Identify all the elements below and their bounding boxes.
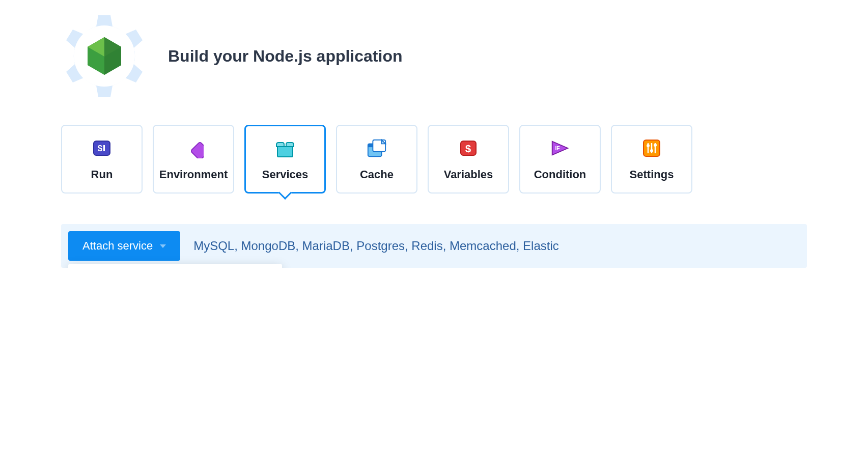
environment-icon [183,137,204,159]
nodejs-icon [87,36,122,76]
attach-service-button[interactable]: Attach service [68,231,180,261]
services-panel: Attach service MySQL, MongoDB, MariaDB, … [61,224,807,268]
svg-text:$: $ [98,144,102,153]
app-logo-badge [61,13,148,99]
tab-label: Services [262,168,309,181]
tab-label: Cache [360,168,394,181]
tab-label: Condition [534,168,586,181]
tab-condition[interactable]: IF Condition [519,125,601,194]
svg-text:$: $ [465,143,471,154]
tab-label: Run [91,168,113,181]
page-title: Build your Node.js application [168,47,402,66]
caret-down-icon [160,244,166,248]
svg-point-18 [647,144,650,147]
svg-text:IF: IF [555,145,560,151]
tab-label: Environment [159,168,228,181]
condition-icon: IF [549,137,571,159]
svg-rect-5 [103,145,105,151]
cache-icon [366,137,387,159]
tab-services[interactable]: Services [244,125,326,194]
svg-point-19 [650,149,653,152]
run-icon: $ [91,137,113,159]
services-icon [274,137,296,159]
svg-rect-6 [190,142,204,158]
attach-service-label: Attach service [82,239,153,253]
dropdown-item-cassandra[interactable]: Cassandra [68,264,279,268]
tab-label: Settings [630,168,674,181]
tabs-row: $ Run Environment Services Cache $ Varia… [61,125,807,194]
tab-environment[interactable]: Environment [153,125,234,194]
settings-icon [641,137,662,159]
svg-marker-12 [552,141,568,155]
services-available-text: MySQL, MongoDB, MariaDB, Postgres, Redis… [193,239,559,253]
svg-marker-2 [104,37,121,75]
tab-label: Variables [444,168,493,181]
variables-icon: $ [458,137,479,159]
attach-service-dropdown: Cassandra Custom (beta) Elastic EOS node… [68,264,282,268]
svg-point-20 [654,144,657,147]
tab-cache[interactable]: Cache [336,125,417,194]
header-section: Build your Node.js application [61,13,807,99]
tab-run[interactable]: $ Run [61,125,143,194]
tab-settings[interactable]: Settings [611,125,692,194]
services-header: Attach service MySQL, MongoDB, MariaDB, … [61,224,807,268]
tab-variables[interactable]: $ Variables [428,125,509,194]
